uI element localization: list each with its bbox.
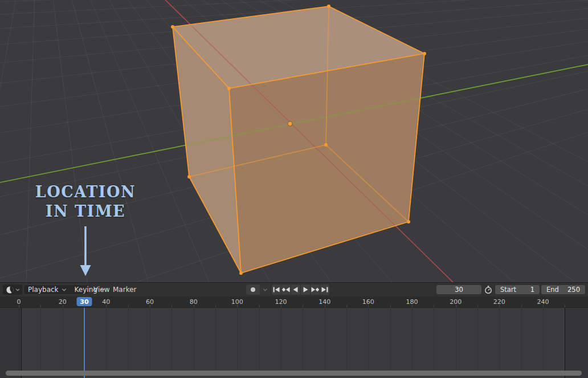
frame-gridline [215,308,216,371]
timeline-ruler[interactable]: 30 020406080100120140160180200220240 [0,296,588,307]
annotation-line-1: LOCATION [17,182,154,202]
end-frame-field[interactable]: End 250 [541,285,585,294]
frame-gridline [281,308,281,371]
play-button[interactable] [301,284,310,295]
frame-gridline [63,308,63,371]
frame-gridline [303,308,303,371]
next-keyframe-button[interactable] [311,284,320,295]
3d-viewport[interactable]: LOCATION IN TIME [0,0,588,282]
frame-gridline [346,308,347,371]
record-circle-icon [250,286,256,293]
playback-menu[interactable]: Playback [24,285,71,294]
current-frame-value: 30 [455,286,463,294]
frame-gridline [543,308,544,371]
annotation-line-2: IN TIME [17,202,154,221]
frame-gridline [456,308,456,371]
playhead-line[interactable] [84,308,85,378]
previous-keyframe-icon [281,286,291,293]
annotation-text: LOCATION IN TIME [17,182,154,221]
start-frame-field[interactable]: Start 1 [495,285,540,294]
frame-gridline [259,308,260,371]
frame-gridline [150,308,150,371]
end-value: 250 [567,286,580,294]
frame-gridline [499,308,500,371]
range-end-line [565,308,565,378]
playback-label: Playback [28,286,59,294]
timeline-editor: Playback Keying View Marker [0,282,588,378]
jump-to-end-button[interactable] [320,284,329,295]
previous-keyframe-button[interactable] [281,284,291,295]
stopwatch-icon[interactable] [484,285,493,294]
auto-keying-record-button[interactable] [246,284,260,295]
editor-type-button[interactable] [3,284,22,295]
frame-gridline [368,308,369,371]
next-keyframe-icon [311,286,320,293]
play-icon [301,286,310,293]
jump-to-end-icon [320,286,329,293]
frame-gridline [477,308,478,371]
after-range-shading [565,308,588,378]
before-range-shading [0,308,21,378]
range-start-line [21,308,22,378]
clock-icon [6,286,14,294]
frame-gridline [434,308,434,371]
marker-menu[interactable]: Marker [109,284,140,295]
start-value: 1 [530,286,534,294]
frame-gridline [412,308,413,371]
jump-to-start-button[interactable] [272,284,281,295]
frame-gridline [172,308,172,371]
start-label: Start [500,286,516,294]
frame-gridline [521,308,522,371]
frame-gridline [40,308,41,371]
timeline-track-area[interactable] [0,307,588,378]
frame-gridline [128,308,129,371]
frame-gridline [237,308,238,371]
frame-gridline [390,308,391,371]
annotation-arrow [77,223,94,278]
play-reverse-icon [291,286,300,293]
end-label: End [546,286,559,294]
playback-keying-group: Playback Keying [23,284,89,295]
frame-gridline [194,308,194,371]
play-reverse-button[interactable] [291,284,300,295]
horizontal-scrollbar[interactable] [6,371,582,376]
keying-options-dropdown[interactable] [260,284,270,295]
blender-window: LOCATION IN TIME Playback [0,0,588,378]
current-frame-field[interactable]: 30 [436,285,481,294]
frame-gridline [106,308,107,371]
jump-to-start-icon [272,286,281,293]
chevron-down-icon [15,287,20,292]
chevron-down-icon [263,287,268,292]
chevron-down-icon [62,287,67,292]
timeline-header: Playback Keying View Marker [0,283,588,296]
frame-gridline [325,308,325,371]
transport-controls [272,284,329,295]
